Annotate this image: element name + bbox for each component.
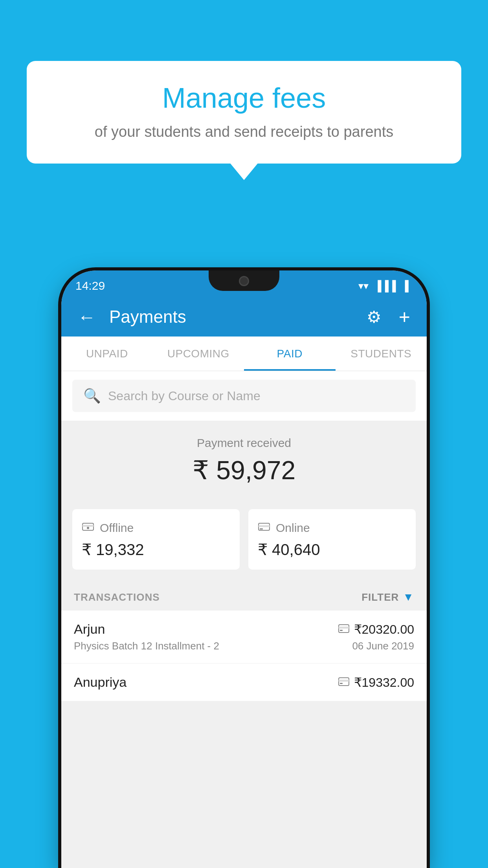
svg-rect-8 <box>340 630 343 631</box>
transaction-date: 06 June 2019 <box>338 640 414 652</box>
transaction-right: ₹20320.00 06 June 2019 <box>338 622 414 652</box>
signal-icon: ▐▐▐ <box>374 280 396 292</box>
filter-label: FILTER <box>361 591 399 603</box>
svg-rect-11 <box>340 683 343 684</box>
online-card-header: Online <box>258 520 406 536</box>
add-button[interactable]: + <box>395 302 414 332</box>
tab-paid[interactable]: PAID <box>244 337 336 371</box>
phone-screen: 14:29 ▾▾ ▐▐▐ ▐ ← Payments ⚙ + UNPAID UPC… <box>61 270 427 868</box>
status-icons: ▾▾ ▐▐▐ ▐ <box>358 280 409 292</box>
bubble-subtitle: of your students and send receipts to pa… <box>50 122 438 142</box>
svg-rect-4 <box>259 525 270 527</box>
transaction-left: Arjun Physics Batch 12 Installment - 2 <box>74 622 338 652</box>
offline-card-header: Offline <box>82 520 230 536</box>
svg-rect-5 <box>260 528 263 530</box>
table-row: Anupriya ₹19332.00 <box>61 664 427 701</box>
back-button[interactable]: ← <box>74 302 100 331</box>
transaction-amount: ₹19332.00 <box>354 675 414 690</box>
search-input[interactable]: Search by Course or Name <box>108 389 261 403</box>
transaction-amount-row: ₹20320.00 <box>338 622 414 637</box>
svg-rect-7 <box>339 627 349 629</box>
search-container: 🔍 Search by Course or Name <box>61 371 427 421</box>
filter-icon: ▼ <box>403 591 414 603</box>
settings-button[interactable]: ⚙ <box>363 303 385 331</box>
bubble-title: Manage fees <box>50 83 438 114</box>
transaction-right: ₹19332.00 <box>338 675 414 690</box>
online-icon <box>258 520 270 536</box>
online-amount: ₹ 40,640 <box>258 541 406 559</box>
offline-amount: ₹ 19,332 <box>82 541 230 559</box>
offline-icon <box>82 520 94 536</box>
cash-payment-icon <box>338 676 349 689</box>
app-header: ← Payments ⚙ + <box>61 297 427 337</box>
wifi-icon: ▾▾ <box>358 280 369 292</box>
transaction-amount: ₹20320.00 <box>354 622 414 637</box>
battery-icon: ▐ <box>402 280 409 292</box>
payment-received-label: Payment received <box>72 436 416 450</box>
search-icon: 🔍 <box>83 388 101 404</box>
transaction-details: Physics Batch 12 Installment - 2 <box>74 640 338 652</box>
tabs-bar: UNPAID UPCOMING PAID STUDENTS <box>61 337 427 371</box>
table-row: Arjun Physics Batch 12 Installment - 2 ₹… <box>61 611 427 664</box>
svg-point-2 <box>87 527 89 529</box>
card-payment-icon <box>338 623 349 636</box>
tab-upcoming[interactable]: UPCOMING <box>153 337 244 371</box>
phone-notch <box>209 270 279 291</box>
online-card: Online ₹ 40,640 <box>248 509 416 570</box>
search-box[interactable]: 🔍 Search by Course or Name <box>72 380 416 412</box>
speech-bubble-container: Manage fees of your students and send re… <box>27 61 461 164</box>
payment-received-amount: ₹ 59,972 <box>72 455 416 485</box>
transaction-name: Anupriya <box>74 675 127 690</box>
speech-bubble: Manage fees of your students and send re… <box>27 61 461 164</box>
content-area: 🔍 Search by Course or Name Payment recei… <box>61 371 427 701</box>
front-camera <box>239 276 249 286</box>
payment-received-section: Payment received ₹ 59,972 <box>61 421 427 509</box>
payment-cards: Offline ₹ 19,332 <box>72 509 416 570</box>
offline-card: Offline ₹ 19,332 <box>72 509 240 570</box>
tab-unpaid[interactable]: UNPAID <box>61 337 153 371</box>
phone-frame: 14:29 ▾▾ ▐▐▐ ▐ ← Payments ⚙ + UNPAID UPC… <box>61 270 427 868</box>
transactions-header: TRANSACTIONS FILTER ▼ <box>61 581 427 611</box>
filter-button[interactable]: FILTER ▼ <box>361 591 414 603</box>
header-title: Payments <box>109 307 353 327</box>
svg-rect-10 <box>339 680 349 682</box>
svg-rect-1 <box>83 525 94 527</box>
transactions-label: TRANSACTIONS <box>74 591 160 603</box>
online-label: Online <box>276 521 310 535</box>
tab-students[interactable]: STUDENTS <box>336 337 427 371</box>
transaction-name: Arjun <box>74 622 338 637</box>
status-time: 14:29 <box>75 279 105 292</box>
offline-label: Offline <box>100 521 134 535</box>
